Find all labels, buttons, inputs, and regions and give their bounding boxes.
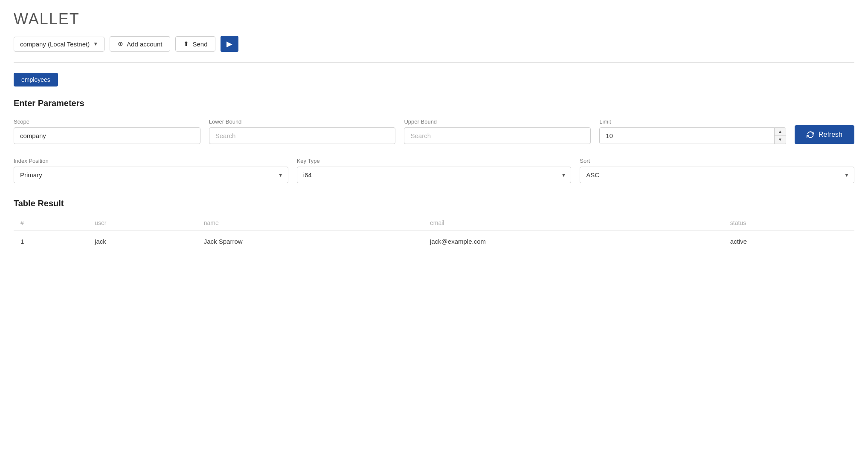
sort-field: Sort ASC DESC ▼ (580, 158, 854, 183)
scope-label: Scope (14, 118, 200, 125)
add-icon: ⊕ (118, 40, 123, 48)
add-account-label: Add account (127, 40, 162, 48)
lower-bound-input[interactable] (209, 127, 396, 144)
col-header-name: name (197, 215, 423, 231)
refresh-button-wrapper: Refresh (795, 125, 854, 144)
key-type-field: Key Type i64 i128 i256 float64 float128 … (297, 158, 572, 183)
account-selector-label: company (Local Testnet) (20, 40, 90, 48)
content-area: employees Enter Parameters Scope Lower B… (14, 63, 854, 252)
cell-num: 1 (14, 231, 88, 252)
lower-bound-label: Lower Bound (209, 118, 396, 125)
limit-increment-button[interactable]: ▲ (775, 128, 786, 136)
add-account-button[interactable]: ⊕ Add account (110, 36, 170, 52)
col-header-email: email (423, 215, 723, 231)
col-header-user: user (88, 215, 197, 231)
limit-wrapper: ▲ ▼ (599, 127, 786, 144)
account-selector-button[interactable]: company (Local Testnet) ▼ (14, 37, 105, 52)
scope-field: Scope (14, 118, 200, 144)
upper-bound-label: Upper Bound (404, 118, 591, 125)
send-button[interactable]: ⬆ Send (175, 36, 215, 52)
toolbar: company (Local Testnet) ▼ ⊕ Add account … (14, 36, 854, 52)
cell-name: Jack Sparrow (197, 231, 423, 252)
index-position-wrapper: Primary Secondary Tertiary ▼ (14, 167, 288, 183)
index-position-label: Index Position (14, 158, 288, 164)
enter-parameters-section: Enter Parameters Scope Lower Bound Upper… (14, 98, 854, 183)
cell-user: jack (88, 231, 197, 252)
upper-bound-input[interactable] (404, 127, 591, 144)
sort-select[interactable]: ASC DESC (580, 167, 854, 183)
enter-parameters-title: Enter Parameters (14, 98, 854, 108)
refresh-label: Refresh (819, 131, 842, 138)
limit-label: Limit (599, 118, 786, 125)
limit-field: Limit ▲ ▼ (599, 118, 786, 144)
table-result-title: Table Result (14, 199, 854, 208)
employees-tag: employees (14, 73, 58, 87)
upper-bound-field: Upper Bound (404, 118, 591, 144)
refresh-icon (807, 131, 814, 138)
key-type-select[interactable]: i64 i128 i256 float64 float128 ripemd160… (297, 167, 572, 183)
index-position-select[interactable]: Primary Secondary Tertiary (14, 167, 288, 183)
send-label: Send (192, 40, 207, 48)
key-type-label: Key Type (297, 158, 572, 164)
index-position-field: Index Position Primary Secondary Tertiar… (14, 158, 288, 183)
page-title: WALLET (14, 10, 854, 28)
limit-spinners: ▲ ▼ (774, 128, 786, 144)
table-row: 1jackJack Sparrowjack@example.comactive (14, 231, 854, 252)
send-icon: ⬆ (183, 40, 189, 48)
table-result-section: Table Result # user name email status 1j… (14, 199, 854, 252)
chevron-down-icon: ▼ (93, 41, 98, 47)
limit-decrement-button[interactable]: ▼ (775, 136, 786, 144)
refresh-button[interactable]: Refresh (795, 125, 854, 144)
play-button[interactable]: ▶ (221, 36, 238, 52)
sort-wrapper: ASC DESC ▼ (580, 167, 854, 183)
cell-status: active (723, 231, 854, 252)
limit-input[interactable] (600, 128, 774, 144)
params-row1: Scope Lower Bound Upper Bound Limit ▲ (14, 118, 854, 144)
cell-email: jack@example.com (423, 231, 723, 252)
params-row2: Index Position Primary Secondary Tertiar… (14, 158, 854, 183)
col-header-status: status (723, 215, 854, 231)
key-type-wrapper: i64 i128 i256 float64 float128 ripemd160… (297, 167, 572, 183)
sort-label: Sort (580, 158, 854, 164)
col-header-num: # (14, 215, 88, 231)
play-icon: ▶ (226, 39, 232, 49)
scope-input[interactable] (14, 127, 200, 144)
table-header-row: # user name email status (14, 215, 854, 231)
lower-bound-field: Lower Bound (209, 118, 396, 144)
result-table: # user name email status 1jackJack Sparr… (14, 215, 854, 252)
